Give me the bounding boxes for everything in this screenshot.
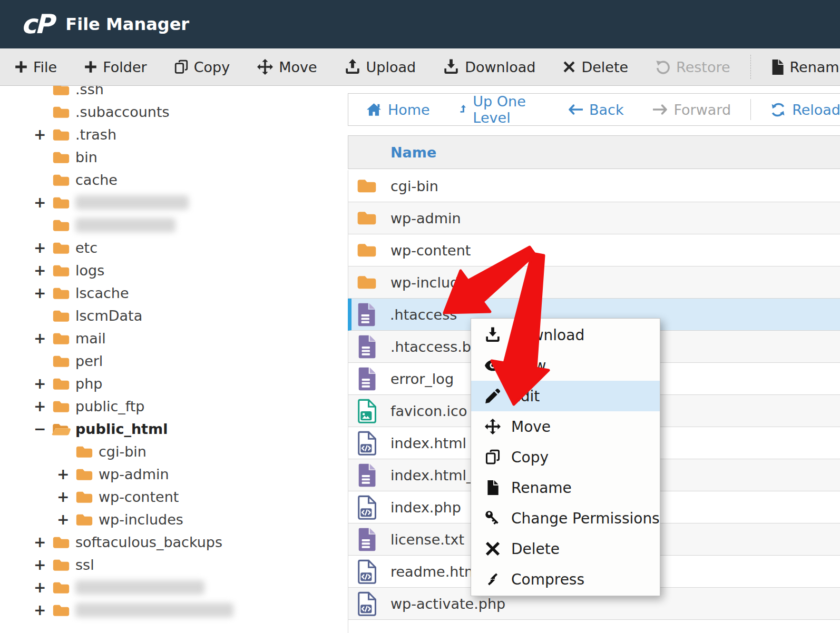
tree-item-cache[interactable]: cache xyxy=(0,169,348,191)
folder-icon xyxy=(52,263,71,278)
file-row-wp-admin[interactable]: wp-admin xyxy=(348,202,840,234)
toolbar-label: Move xyxy=(279,59,317,75)
tree-expander[interactable]: + xyxy=(34,126,52,143)
toolbar-button-move[interactable]: Move xyxy=(257,59,317,75)
tree-label: public_html xyxy=(75,421,168,437)
toolbar-button-delete[interactable]: Delete xyxy=(563,59,628,75)
tree-label: softaculous_backups xyxy=(75,534,222,550)
tree-expander[interactable]: + xyxy=(34,239,52,256)
tree-item-ssh[interactable]: .ssh xyxy=(0,86,348,101)
tree-label-redacted xyxy=(75,195,189,210)
menu-item-move[interactable]: Move xyxy=(471,411,660,442)
tree-item-lscmdata[interactable]: lscmData xyxy=(0,304,348,327)
folder-icon xyxy=(52,241,71,255)
tree-expander[interactable]: + xyxy=(34,262,52,279)
nav-up-one-level[interactable]: Up One Level xyxy=(459,93,539,126)
toolbar-button-download[interactable]: Download xyxy=(443,59,535,75)
tree-item-wp-content[interactable]: +wp-content xyxy=(0,486,348,508)
tree-item-trash[interactable]: +.trash xyxy=(0,123,348,146)
tree-expander[interactable]: + xyxy=(34,556,52,573)
toolbar-label: Folder xyxy=(103,59,146,75)
tree-label: .trash xyxy=(75,126,116,143)
tree-item-redacted[interactable]: + xyxy=(0,576,348,599)
tree-expander[interactable]: + xyxy=(34,330,52,347)
tree-label: etc xyxy=(75,240,97,256)
tree-item-ssl[interactable]: +ssl xyxy=(0,553,348,576)
menu-label: Change Permissions xyxy=(511,510,660,527)
tree-expander[interactable]: + xyxy=(34,533,52,551)
toolbar-label: Copy xyxy=(194,59,230,75)
tree-item-softaculous-backups[interactable]: +softaculous_backups xyxy=(0,531,348,553)
menu-item-download[interactable]: Download xyxy=(471,320,660,350)
tree-item-wp-includes[interactable]: +wp-includes xyxy=(0,508,348,531)
tree-expander[interactable]: + xyxy=(34,398,52,415)
tree-expander[interactable]: + xyxy=(34,284,52,302)
folder-icon xyxy=(52,105,71,120)
tree-item-mail[interactable]: +mail xyxy=(0,327,348,350)
toolbar-label: Download xyxy=(465,59,535,75)
file-name: wp-includes xyxy=(390,274,475,291)
tree-item-public-html[interactable]: −public_html xyxy=(0,418,348,440)
tree-item-cgi-bin[interactable]: cgi-bin xyxy=(0,440,348,463)
tree-item-wp-admin[interactable]: +wp-admin xyxy=(0,463,348,486)
tree-expander[interactable]: − xyxy=(34,420,52,438)
restore-icon xyxy=(656,60,670,74)
folder-icon xyxy=(52,286,71,301)
file-row-wp-includes[interactable]: wp-includes xyxy=(348,266,840,299)
toolbar: File Folder Copy Move Upload Download De… xyxy=(0,48,840,86)
file-row-cgi-bin[interactable]: cgi-bin xyxy=(348,170,840,202)
nav-back[interactable]: Back xyxy=(568,102,624,118)
menu-item-delete[interactable]: Delete xyxy=(471,533,660,564)
tree-item-etc[interactable]: +etc xyxy=(0,236,348,259)
file-name: .htaccess xyxy=(390,306,457,323)
tree-label: mail xyxy=(75,330,106,347)
tree-item-perl[interactable]: perl xyxy=(0,350,348,372)
cpanel-logo: cP xyxy=(21,11,52,37)
tree-item-public-ftp[interactable]: +public_ftp xyxy=(0,395,348,418)
nav-reload[interactable]: Reload xyxy=(770,102,840,118)
tree-item-php[interactable]: +php xyxy=(0,372,348,395)
tree-label-redacted xyxy=(75,603,233,617)
folder-icon xyxy=(52,377,71,391)
menu-item-edit[interactable]: Edit xyxy=(471,381,660,411)
tree-expander[interactable]: + xyxy=(34,375,52,392)
menu-item-compress[interactable]: Compress xyxy=(471,564,660,595)
menu-item-copy[interactable]: Copy xyxy=(471,442,660,472)
folder-icon xyxy=(52,354,71,369)
text-file-icon xyxy=(356,527,377,552)
menu-item-change-permissions[interactable]: Change Permissions xyxy=(471,503,660,533)
tree-item-subaccounts[interactable]: .subaccounts xyxy=(0,101,348,123)
column-header-name[interactable]: Name xyxy=(390,144,436,161)
menu-item-rename[interactable]: Rename xyxy=(471,472,660,503)
menu-label: Edit xyxy=(511,388,540,405)
tree-item-lscache[interactable]: +lscache xyxy=(0,282,348,304)
tree-label: ssl xyxy=(75,557,94,573)
toolbar-button-rename[interactable]: Rename xyxy=(771,59,840,75)
file-name: readme.htm xyxy=(390,563,478,580)
file-row-wp-content[interactable]: wp-content xyxy=(348,234,840,266)
menu-item-view[interactable]: View xyxy=(471,350,660,381)
tree-item-redacted[interactable]: + xyxy=(0,191,348,214)
file-name: index.html xyxy=(390,435,466,451)
file-row-partial xyxy=(348,620,840,633)
toolbar-button-upload[interactable]: Upload xyxy=(345,59,416,75)
toolbar-button-folder[interactable]: Folder xyxy=(84,59,146,75)
tree-item-logs[interactable]: +logs xyxy=(0,259,348,282)
toolbar-button-file[interactable]: File xyxy=(15,59,57,75)
arrow-right-icon xyxy=(653,104,668,115)
folder-icon xyxy=(75,467,94,482)
toolbar-button-copy[interactable]: Copy xyxy=(174,59,230,75)
tree-expander[interactable]: + xyxy=(34,194,52,211)
tree-expander[interactable]: + xyxy=(57,488,75,506)
tree-expander[interactable]: + xyxy=(34,579,52,596)
tree-expander[interactable]: + xyxy=(34,601,52,619)
tree-label: .subaccounts xyxy=(75,104,170,120)
tree-item-redacted[interactable]: + xyxy=(0,599,348,621)
tree-expander[interactable]: + xyxy=(57,511,75,528)
folder-icon xyxy=(75,512,94,527)
file-name: index.html_ xyxy=(390,467,473,483)
nav-home[interactable]: Home xyxy=(366,102,430,118)
tree-expander[interactable]: + xyxy=(57,466,75,483)
tree-item-redacted[interactable] xyxy=(0,214,348,236)
tree-item-bin[interactable]: bin xyxy=(0,146,348,169)
